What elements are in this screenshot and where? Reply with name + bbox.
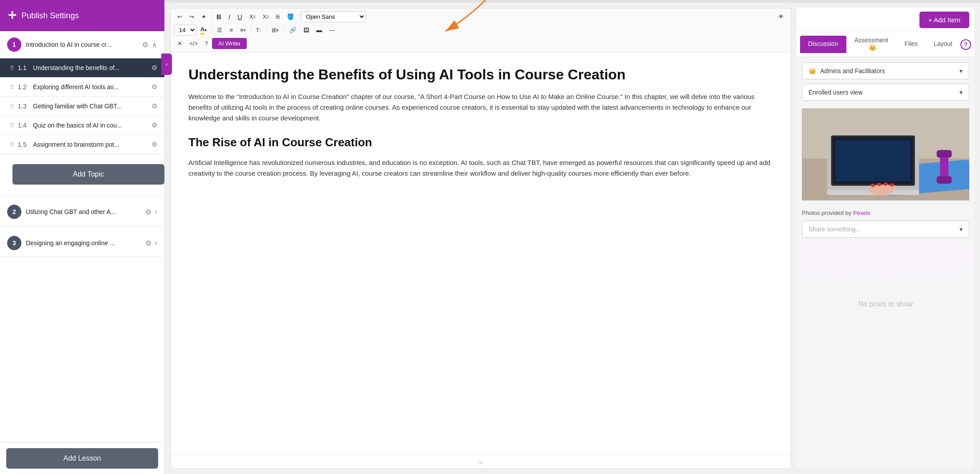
admins-crown-icon: 👑 xyxy=(808,67,816,74)
lesson-1-2-label: Exploring different AI tools av... xyxy=(33,83,148,91)
image-button[interactable]: 🖼 xyxy=(300,25,312,35)
svg-point-15 xyxy=(883,182,887,186)
sidebar-collapse-button[interactable]: ‹ xyxy=(161,54,172,75)
tab-layout[interactable]: Layout xyxy=(926,36,960,53)
eye-button[interactable]: 👁 xyxy=(775,12,787,22)
bold-button[interactable]: B xyxy=(213,11,225,22)
editor-paragraph-1: Welcome to the "Introduction to AI in Co… xyxy=(188,91,773,124)
help-button[interactable]: ? xyxy=(202,38,211,49)
code-button[interactable]: </> xyxy=(186,38,201,49)
topic-2-gear-icon[interactable]: ⚙ xyxy=(145,208,151,216)
magic-button[interactable]: ✦ xyxy=(198,12,209,22)
topic-3-gear-icon[interactable]: ⚙ xyxy=(145,239,151,247)
sidebar-topic-3[interactable]: 3 Designing an engaging online ... ⚙ › xyxy=(0,230,164,257)
enrolled-dropdown[interactable]: Enrolled users view ▾ xyxy=(802,84,969,101)
toolbar-sep-2 xyxy=(299,12,299,21)
font-family-select[interactable]: Open Sans Arial Times New Roman xyxy=(301,11,366,22)
help-circle-button[interactable]: ? xyxy=(960,39,971,50)
sidebar-content: 1 Introduction to AI in course cr... ⚙ ∧… xyxy=(0,31,164,442)
add-item-button[interactable]: + Add Item xyxy=(919,12,969,28)
admins-label: Admins and Facilitators xyxy=(820,67,885,74)
progress-bar: 0% xyxy=(165,0,980,3)
tab-files[interactable]: Files xyxy=(896,36,926,53)
toolbar-sep-1 xyxy=(211,12,212,21)
font-size-select[interactable]: 14 12 16 18 xyxy=(174,25,196,36)
superscript-button[interactable]: X2 xyxy=(246,12,259,22)
media-button[interactable]: ▬ xyxy=(313,25,325,35)
toolbar-sep-3 xyxy=(212,26,212,35)
toolbar-row-3: ✕ </> ? AI Writer xyxy=(174,38,787,49)
drag-icon: ⠿ xyxy=(10,84,14,91)
content-wrapper: ↩ ↪ ✦ B I U X2 X2 S 🪣 Open Sans xyxy=(165,3,980,474)
lesson-1-2[interactable]: ⠿ 1.2 Exploring different AI tools av...… xyxy=(0,78,164,97)
editor-heading-2: The Rise of AI in Course Creation xyxy=(188,133,773,152)
sidebar-topic-2[interactable]: 2 Utilizing Chat GBT and other A... ⚙ › xyxy=(0,198,164,226)
table-button[interactable]: ⊞▾ xyxy=(269,25,282,35)
paint-bucket-button[interactable]: 🪣 xyxy=(284,12,297,22)
lesson-1-5-gear-icon[interactable]: ⚙ xyxy=(151,140,157,148)
editor-paragraph-2: Artificial Intelligence has revolutioniz… xyxy=(188,157,773,179)
tab-discussion[interactable]: Discussion xyxy=(800,36,846,53)
svg-rect-19 xyxy=(937,176,952,184)
numbered-list-button[interactable]: ≡ xyxy=(226,25,236,35)
admins-chevron-icon: ▾ xyxy=(960,67,963,74)
editor-content[interactable]: Understanding the Benefits of Using AI T… xyxy=(171,52,791,455)
bullet-list-button[interactable]: ☰ xyxy=(214,25,225,35)
strikethrough-button[interactable]: S xyxy=(273,12,283,22)
svg-rect-6 xyxy=(835,140,911,181)
lesson-1-5[interactable]: ⠿ 1.5 Assignment to brainstorm pot... ⚙ xyxy=(0,135,164,154)
italic-button[interactable]: I xyxy=(225,11,233,22)
sidebar-bottom: Add Lesson xyxy=(0,442,164,474)
link-button[interactable]: 🔗 xyxy=(286,25,299,35)
lesson-1-3-gear-icon[interactable]: ⚙ xyxy=(151,102,157,110)
toolbar-row-2: 14 12 16 18 A ▾ ☰ ≡ ≡▾ xyxy=(174,24,787,36)
drag-icon: ⠿ xyxy=(10,103,14,110)
topic-1-gear-icon[interactable]: ⚙ xyxy=(142,41,148,49)
pexels-link[interactable]: Pexels xyxy=(853,210,870,216)
topic-1-label: Introduction to AI in course cr... xyxy=(26,41,139,48)
ai-writer-button[interactable]: AI Writer xyxy=(212,38,247,49)
toolbar-sep-4 xyxy=(251,26,251,35)
share-placeholder: Share something... xyxy=(808,226,861,233)
right-panel-header: + Add Item Discussion Assessment 👑 Files xyxy=(796,8,975,57)
add-topic-button[interactable]: Add Topic xyxy=(12,164,164,185)
redo-button[interactable]: ↪ xyxy=(186,12,197,22)
lesson-1-4-number: 1.4 xyxy=(18,122,33,129)
align-button[interactable]: ≡▾ xyxy=(237,25,249,35)
lesson-1-4-label: Quiz on the basics of AI in cou... xyxy=(33,122,148,129)
right-panel-top: + Add Item xyxy=(796,8,975,32)
topic-1-chevron-icon[interactable]: ∧ xyxy=(152,41,157,49)
crown-icon: 👑 xyxy=(869,44,876,51)
lesson-1-5-number: 1.5 xyxy=(18,141,33,148)
sidebar-topic-1[interactable]: 1 Introduction to AI in course cr... ⚙ ∧ xyxy=(0,31,164,58)
share-input[interactable]: Share something... ▾ xyxy=(802,221,969,238)
chevron-left-icon: ‹ xyxy=(166,61,168,68)
toolbar-sep-6 xyxy=(284,26,284,35)
lesson-1-4[interactable]: ⠿ 1.4 Quiz on the basics of AI in cou...… xyxy=(0,116,164,135)
text-format-button[interactable]: T↓ xyxy=(253,25,265,35)
sidebar-header: ✛ Publish Settings xyxy=(0,0,164,31)
sidebar-title: Publish Settings xyxy=(21,11,79,21)
no-posts-message: No posts to show xyxy=(802,282,969,326)
lesson-1-1-gear-icon[interactable]: ⚙ xyxy=(151,64,157,72)
subscript-button[interactable]: X2 xyxy=(260,12,272,22)
drag-icon: ⠿ xyxy=(10,65,14,71)
tab-assessment[interactable]: Assessment 👑 xyxy=(846,32,897,57)
underline-button[interactable]: U xyxy=(234,11,245,22)
undo-button[interactable]: ↩ xyxy=(174,12,185,22)
drag-icon: ⠿ xyxy=(10,141,14,148)
topic-3-chevron-icon[interactable]: › xyxy=(155,239,157,247)
clear-format-button[interactable]: ✕ xyxy=(174,38,185,49)
lesson-1-2-gear-icon[interactable]: ⚙ xyxy=(151,83,157,91)
editor-toolbar: ↩ ↪ ✦ B I U X2 X2 S 🪣 Open Sans xyxy=(171,8,791,52)
hr-button[interactable]: — xyxy=(326,25,338,35)
scroll-indicator: ⬦ xyxy=(171,455,791,468)
highlight-color-button[interactable]: A ▾ xyxy=(197,24,210,36)
share-chevron-icon: ▾ xyxy=(960,226,963,233)
lesson-1-1[interactable]: ⠿ 1.1 Understanding the benefits of... ⚙ xyxy=(0,58,164,78)
lesson-1-4-gear-icon[interactable]: ⚙ xyxy=(151,121,157,129)
topic-2-chevron-icon[interactable]: › xyxy=(155,208,157,216)
lesson-1-3[interactable]: ⠿ 1.3 Getting familiar with Chat GBT... … xyxy=(0,97,164,116)
admins-dropdown[interactable]: 👑 Admins and Facilitators ▾ xyxy=(802,62,969,79)
add-lesson-button[interactable]: Add Lesson xyxy=(6,448,158,469)
